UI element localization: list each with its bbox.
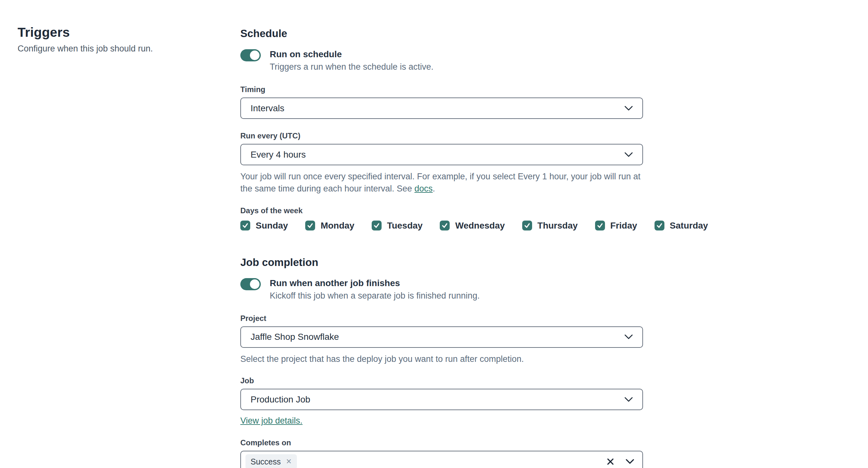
helper-text-end: . — [433, 184, 435, 193]
project-label: Project — [240, 314, 643, 323]
days-of-week-label: Days of the week — [240, 206, 643, 215]
triggers-header: Triggers Configure when this job should … — [18, 25, 222, 54]
chevron-down-icon — [624, 152, 633, 157]
toggle-knob — [250, 279, 259, 289]
checkbox-checked-icon — [440, 221, 450, 230]
day-label: Wednesday — [455, 221, 505, 231]
page-subtitle: Configure when this job should run. — [18, 44, 222, 54]
toggle-text: Run on schedule Triggers a run when the … — [270, 49, 433, 72]
completes-on-tag-success: Success ✕ — [245, 454, 297, 468]
run-when-job-finishes-toggle[interactable] — [240, 278, 261, 290]
run-when-job-finishes-row: Run when another job finishes Kickoff th… — [240, 278, 643, 302]
chevron-down-icon[interactable] — [626, 459, 634, 464]
triggers-form: Schedule Run on schedule Triggers a run … — [240, 28, 643, 468]
checkbox-checked-icon — [240, 221, 250, 230]
schedule-heading: Schedule — [240, 28, 643, 40]
day-checkbox-thursday[interactable]: Thursday — [522, 221, 578, 231]
toggle-knob — [250, 51, 259, 60]
run-on-schedule-toggle[interactable] — [240, 49, 261, 61]
checkbox-checked-icon — [595, 221, 605, 230]
day-checkbox-tuesday[interactable]: Tuesday — [372, 221, 423, 231]
tag-label: Success — [251, 457, 281, 466]
run-on-schedule-label: Run on schedule — [270, 49, 433, 60]
timing-label: Timing — [240, 85, 643, 94]
day-checkbox-monday[interactable]: Monday — [305, 221, 354, 231]
day-checkbox-friday[interactable]: Friday — [595, 221, 637, 231]
job-select-value: Production Job — [251, 395, 310, 405]
run-every-select-value: Every 4 hours — [251, 150, 306, 160]
day-label: Saturday — [670, 221, 708, 231]
checkbox-checked-icon — [522, 221, 532, 230]
run-when-job-finishes-label: Run when another job finishes — [270, 278, 480, 289]
run-every-label: Run every (UTC) — [240, 131, 643, 141]
timing-select-value: Intervals — [251, 103, 284, 114]
toggle-text: Run when another job finishes Kickoff th… — [270, 278, 480, 302]
day-checkbox-saturday[interactable]: Saturday — [654, 221, 708, 231]
day-label: Friday — [611, 221, 637, 231]
project-select[interactable]: Jaffle Shop Snowflake — [240, 326, 643, 348]
checkbox-checked-icon — [372, 221, 381, 230]
day-checkbox-sunday[interactable]: Sunday — [240, 221, 288, 231]
chevron-down-icon — [624, 334, 633, 340]
clear-all-icon[interactable] — [607, 458, 614, 465]
run-every-helper: Your job will run once every specified i… — [240, 170, 643, 195]
docs-link[interactable]: docs — [414, 184, 433, 193]
job-completion-heading: Job completion — [240, 256, 643, 269]
multiselect-controls — [607, 458, 634, 465]
run-on-schedule-description: Triggers a run when the schedule is acti… — [270, 61, 433, 72]
job-select[interactable]: Production Job — [240, 389, 643, 410]
days-of-week-row: Sunday Monday Tuesday Wednesday Thursday… — [240, 221, 643, 231]
run-every-select[interactable]: Every 4 hours — [240, 144, 643, 165]
page-title: Triggers — [18, 25, 222, 40]
remove-tag-icon[interactable]: ✕ — [286, 458, 291, 465]
run-when-job-finishes-description: Kickoff this job when a separate job is … — [270, 290, 480, 302]
project-helper: Select the project that has the deploy j… — [240, 353, 643, 365]
day-label: Thursday — [537, 221, 578, 231]
helper-text: Your job will run once every specified i… — [240, 171, 641, 193]
day-label: Tuesday — [387, 221, 423, 231]
checkbox-checked-icon — [654, 221, 664, 230]
checkbox-checked-icon — [305, 221, 315, 230]
day-label: Sunday — [256, 221, 288, 231]
timing-select[interactable]: Intervals — [240, 97, 643, 119]
completes-on-label: Completes on — [240, 438, 643, 447]
completes-on-multiselect[interactable]: Success ✕ — [240, 451, 643, 468]
day-checkbox-wednesday[interactable]: Wednesday — [440, 221, 505, 231]
job-label: Job — [240, 376, 643, 385]
run-on-schedule-row: Run on schedule Triggers a run when the … — [240, 49, 643, 72]
project-select-value: Jaffle Shop Snowflake — [251, 332, 339, 342]
chevron-down-icon — [624, 106, 633, 111]
view-job-details-link[interactable]: View job details. — [240, 416, 303, 426]
day-label: Monday — [320, 221, 354, 231]
chevron-down-icon — [624, 397, 633, 402]
